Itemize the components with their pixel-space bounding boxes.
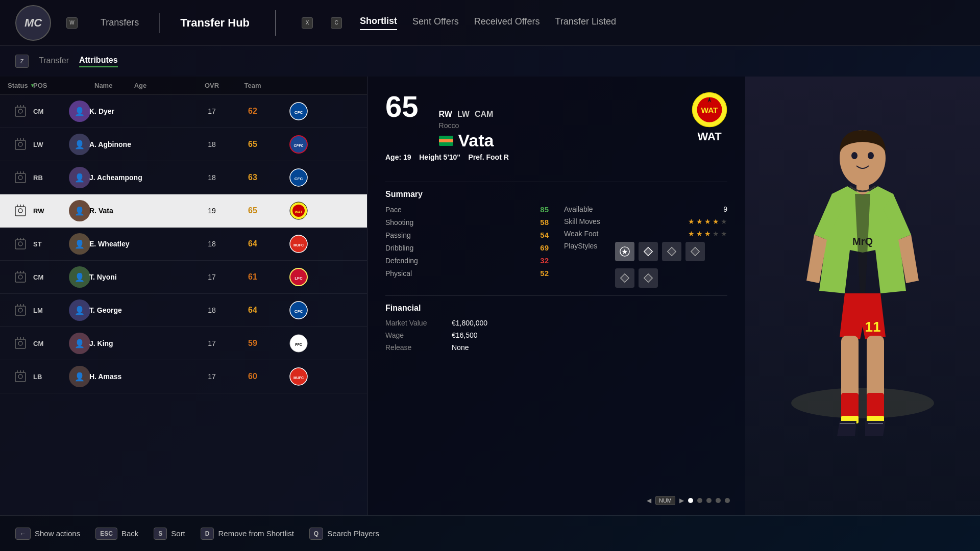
detail-header: 65 RW LW CAM Rocco Vata bbox=[385, 92, 727, 171]
player-ovr: 64 bbox=[232, 239, 273, 248]
team-badge: CFC bbox=[273, 168, 324, 187]
player-row[interactable]: LM 👤 T. George 18 64 CFC bbox=[0, 294, 367, 327]
stat-row-defending: Defending 32 bbox=[385, 256, 549, 265]
action-search[interactable]: Q Search Players bbox=[309, 528, 379, 540]
tab-shortlist[interactable]: Shortlist bbox=[360, 16, 397, 30]
star-2: ★ bbox=[696, 217, 703, 226]
stat-available-label: Available bbox=[564, 205, 615, 213]
svg-text:MUFC: MUFC bbox=[293, 376, 304, 380]
scout-col bbox=[8, 237, 33, 251]
player-pos: CM bbox=[33, 108, 69, 115]
svg-rect-57 bbox=[15, 372, 26, 382]
team-badge: FFC bbox=[273, 334, 324, 353]
page-next[interactable]: ▶ bbox=[679, 497, 684, 504]
detail-panel: 65 RW LW CAM Rocco Vata bbox=[368, 77, 745, 515]
col-status-header: Status ▼ bbox=[8, 82, 33, 89]
svg-rect-29 bbox=[15, 240, 26, 249]
nav-transfers[interactable]: Transfers bbox=[101, 17, 139, 28]
player-ovr: 60 bbox=[232, 372, 273, 381]
dot-2 bbox=[697, 498, 702, 503]
svg-rect-43 bbox=[15, 306, 26, 315]
financial-wage-label: Wage bbox=[385, 331, 452, 339]
player-ovr: 65 bbox=[232, 140, 273, 149]
stats-grid: Pace 85 Shooting 58 Passing 54 Dribbli bbox=[385, 205, 727, 288]
svg-text:WAT: WAT bbox=[701, 106, 718, 114]
playstyle-icon-6 bbox=[639, 268, 658, 288]
wf-star-2: ★ bbox=[696, 230, 703, 238]
stat-row-passing: Passing 54 bbox=[385, 231, 549, 239]
scout-icon bbox=[13, 204, 28, 218]
player-ovr: 62 bbox=[232, 107, 273, 116]
scout-icon bbox=[13, 336, 28, 350]
player-name: H. Amass bbox=[89, 372, 191, 381]
svg-text:CFC: CFC bbox=[295, 177, 303, 181]
dot-3 bbox=[706, 498, 712, 503]
svg-point-68 bbox=[791, 388, 934, 418]
financial-row-release: Release None bbox=[385, 343, 727, 352]
player-pos: CM bbox=[33, 273, 69, 281]
nav-separator bbox=[275, 10, 276, 36]
svg-point-58 bbox=[18, 374, 22, 379]
svg-rect-36 bbox=[15, 273, 26, 282]
col-pos-header: POS bbox=[33, 82, 69, 89]
controller-x-hint: X bbox=[302, 17, 313, 29]
content-area: Status ▼ POS Name Age OVR Team bbox=[0, 77, 980, 515]
stat-row-shooting: Shooting 58 bbox=[385, 218, 549, 227]
playstyle-icon-3 bbox=[662, 242, 681, 261]
page-prev[interactable]: ◀ bbox=[647, 497, 651, 504]
controller-w-hint: W bbox=[66, 17, 78, 29]
scout-col bbox=[8, 170, 33, 185]
scout-col bbox=[8, 270, 33, 284]
team-badge: CFC bbox=[273, 301, 324, 319]
detail-positions: RW LW CAM bbox=[439, 110, 494, 119]
player-pos: RB bbox=[33, 174, 69, 182]
ireland-flag bbox=[439, 136, 453, 146]
svg-rect-0 bbox=[15, 107, 26, 116]
player-row[interactable]: CM 👤 K. Dyer 17 62 CFC bbox=[0, 95, 367, 128]
tab-transfer-listed[interactable]: Transfer Listed bbox=[555, 16, 616, 30]
stat-dribbling-label: Dribbling bbox=[385, 244, 426, 252]
scout-icon bbox=[13, 237, 28, 251]
action-remove[interactable]: D Remove from Shortlist bbox=[201, 528, 294, 540]
player-age: 18 bbox=[191, 140, 232, 148]
scout-col bbox=[8, 303, 33, 317]
player-row[interactable]: LW 👤 A. Agbinone 18 65 CPFC bbox=[0, 128, 367, 161]
stat-defending-label: Defending bbox=[385, 257, 426, 265]
player-row[interactable]: ST 👤 E. Wheatley 18 64 MUFC bbox=[0, 228, 367, 261]
player-row[interactable]: RB 👤 J. Acheampong 18 63 CFC bbox=[0, 161, 367, 194]
scout-icon bbox=[13, 369, 28, 384]
svg-text:MrQ: MrQ bbox=[852, 236, 873, 247]
tab-sent-offers[interactable]: Sent Offers bbox=[412, 16, 459, 30]
player-rows: CM 👤 K. Dyer 17 62 CFC LW 👤 A. Agbinone … bbox=[0, 95, 367, 515]
sub-tab-transfer[interactable]: Transfer bbox=[39, 56, 69, 67]
svg-text:CFC: CFC bbox=[295, 110, 303, 115]
stat-passing-val: 54 bbox=[531, 231, 549, 239]
svg-text:WAT: WAT bbox=[295, 210, 303, 214]
tab-received-offers[interactable]: Received Offers bbox=[474, 16, 540, 30]
player-figure: 11 bbox=[766, 97, 960, 515]
scout-icon bbox=[13, 137, 28, 152]
player-avatar: 👤 bbox=[69, 266, 90, 288]
wf-star-1: ★ bbox=[688, 230, 695, 238]
player-row[interactable]: RW 👤 R. Vata 19 65 WAT bbox=[0, 194, 367, 228]
summary-section: Summary Pace 85 Shooting 58 Passi bbox=[385, 190, 727, 288]
scout-col bbox=[8, 336, 33, 350]
playstyle-icon-1 bbox=[615, 242, 634, 261]
action-sort[interactable]: S Sort bbox=[154, 528, 185, 540]
stat-physical-label: Physical bbox=[385, 269, 426, 278]
nav-divider bbox=[159, 13, 160, 33]
stat-skills-stars: ★ ★ ★ ★ ★ bbox=[688, 217, 727, 226]
sub-tab-attributes[interactable]: Attributes bbox=[79, 56, 118, 67]
svg-rect-50 bbox=[15, 339, 26, 348]
player-row[interactable]: LB 👤 H. Amass 17 60 MUFC bbox=[0, 360, 367, 393]
stat-passing-label: Passing bbox=[385, 231, 426, 239]
wf-star-3: ★ bbox=[704, 230, 711, 238]
label-sort: Sort bbox=[171, 529, 185, 538]
financial-row-market: Market Value €1,800,000 bbox=[385, 319, 727, 327]
pos-rw: RW bbox=[439, 110, 452, 119]
player-age: 17 bbox=[191, 372, 232, 381]
player-ovr: 61 bbox=[232, 272, 273, 282]
dot-4 bbox=[716, 498, 721, 503]
player-row[interactable]: CM 👤 T. Nyoni 17 61 LFC bbox=[0, 261, 367, 294]
player-row[interactable]: CM 👤 J. King 17 59 FFC bbox=[0, 327, 367, 360]
